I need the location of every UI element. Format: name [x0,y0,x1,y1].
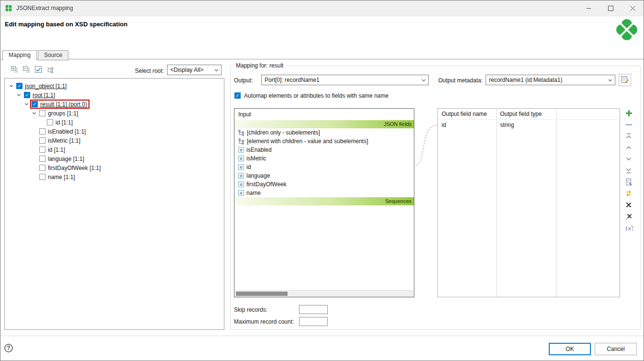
ok-button[interactable]: OK [549,343,591,355]
tree-expand-icon[interactable] [8,84,15,88]
check-all-button[interactable] [34,65,43,74]
tree-item[interactable]: firstDayOfWeek [1:1] [5,163,224,172]
chevron-down-icon [422,79,426,82]
output-table-row[interactable]: idstring [438,120,620,130]
window-controls [577,0,644,16]
collapse-all-button[interactable] [22,65,31,74]
clear-mappings-icon [625,213,633,220]
output-fields-table: Output field name Output field type idst… [437,108,620,297]
input-list-item[interactable]: ename [234,189,414,197]
tree-node-checkbox[interactable] [39,165,45,171]
input-list-item[interactable]: eisMetric [234,154,414,163]
cloverdx-logo [616,19,638,41]
tree-node-checkbox[interactable]: ✓ [24,92,30,98]
horizontal-scrollbar[interactable] [235,290,413,297]
tree-structure-button[interactable] [46,65,55,74]
edit-fields-button[interactable] [624,178,633,186]
tree-node-checkbox[interactable] [39,156,45,162]
edit-metadata-button[interactable] [619,74,631,86]
help-button[interactable]: ? [4,344,13,352]
input-list-item[interactable]: eisEnabled [234,146,414,154]
output-table-header: Output field name Output field type [438,109,620,120]
tree-item[interactable]: ✓json_object [1:1] [5,81,224,90]
move-top-button[interactable] [624,132,633,140]
tree-item[interactable]: ✓root [1:1] [5,90,224,100]
tree-node-label: language [1:1] [48,156,84,162]
subelements-icon [238,138,244,145]
input-list-item[interactable]: efirstDayOfWeek [234,180,414,189]
output-field-type: string [496,120,556,130]
close-button[interactable] [622,0,644,16]
tree-item[interactable]: ✓result [1:1] (port 0) [5,100,224,109]
minimize-button[interactable] [577,0,600,16]
move-up-button[interactable] [624,143,633,152]
move-up-icon [625,144,633,151]
maximize-button[interactable] [600,0,622,16]
tree-node-checkbox[interactable] [39,147,45,153]
tree-item[interactable]: language [1:1] [5,154,224,163]
tree-item[interactable]: groups [1:1] [5,109,224,118]
expression-icon: (x) [624,225,633,232]
tree-node: ✓json_object [1:1] [15,81,69,90]
input-list: JSON fields[children only - subelements]… [234,120,414,205]
select-root-value: <Display All> [170,67,203,73]
input-list-item[interactable]: [children only - subelements] [234,128,414,137]
clear-mappings-button[interactable] [624,212,633,221]
tree-item[interactable]: id [1:1] [5,118,224,127]
input-item-label: isMetric [246,155,266,162]
output-metadata-dropdown[interactable]: recordName1 (id:Metadata1) [486,75,615,85]
tree-expand-icon[interactable] [23,102,30,106]
tree-node-checkbox[interactable] [47,119,53,125]
chevron-down-icon [214,69,219,72]
tree-node-label: name [1:1] [48,174,75,180]
input-item-label: isEnabled [246,147,272,153]
tree-expand-icon[interactable] [15,93,22,97]
tree-node-checkbox[interactable]: ✓ [16,83,22,89]
select-root-dropdown[interactable]: <Display All> [167,65,222,75]
remove-mapping-button[interactable] [624,201,633,209]
automap-button[interactable] [624,189,633,198]
element-icon: e [238,190,244,196]
move-down-button[interactable] [624,155,633,163]
scrollbar-thumb[interactable] [236,292,288,296]
tree-node-checkbox[interactable]: ✓ [32,101,38,107]
remove-field-button[interactable] [624,120,633,129]
field-actions-toolbar: (x) [623,109,634,235]
output-label: Output: [234,77,253,84]
tree-node-label: result [1:1] (port 0) [40,101,87,108]
input-list-item[interactable]: eid [234,163,414,171]
check-all-icon [34,66,43,74]
tree-node-checkbox[interactable] [39,128,45,135]
max-record-count-input[interactable] [299,317,328,326]
tree-item[interactable]: name [1:1] [5,172,224,181]
cancel-button[interactable]: Cancel [595,343,637,355]
skip-records-input[interactable] [299,305,328,314]
automap-checkbox[interactable]: ✓ [234,92,241,99]
add-field-button[interactable] [624,109,633,117]
expand-all-button[interactable] [10,65,19,74]
subelements-icon [238,130,244,136]
tree-node-checkbox[interactable] [39,110,45,116]
tree-item[interactable]: id [1:1] [5,145,224,154]
jsonextract-mapping-dialog: JSONExtract mapping Edit mapping based o… [0,0,644,361]
tree-expand-icon[interactable] [31,111,38,115]
output-port-dropdown[interactable]: Port[0]: recordName1 [261,75,429,85]
output-port-value: Port[0]: recordName1 [265,77,320,83]
input-list-item[interactable]: [element with children - value and subel… [234,137,414,146]
output-field-name: id [438,120,496,130]
edit-fields-icon [625,178,633,186]
tree-node-checkbox[interactable] [39,174,45,180]
expression-button[interactable]: (x) [624,224,633,232]
tree-item[interactable]: isMetric [1:1] [5,136,224,145]
move-top-icon [625,132,633,140]
tree-node-checkbox[interactable] [39,137,45,144]
input-section-header: JSON fields [234,120,414,128]
input-list-item[interactable]: elanguage [234,171,414,180]
input-fields-panel: Input JSON fields[children only - subele… [234,108,414,297]
tree-item[interactable]: isEnabled [1:1] [5,127,224,136]
tab-source[interactable]: Source [38,50,68,60]
tab-mapping[interactable]: Mapping [2,50,37,61]
xsd-tree[interactable]: ✓json_object [1:1]✓root [1:1]✓result [1:… [4,78,224,330]
move-bottom-button[interactable] [624,166,633,175]
remove-field-icon [625,121,633,129]
